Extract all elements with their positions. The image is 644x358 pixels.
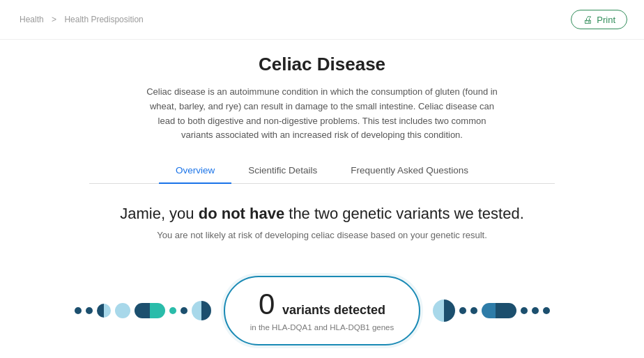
viz-container: 0 variants detected in the HLA-DQA1 and … (11, 265, 633, 356)
deco-dot-5 (181, 307, 187, 314)
deco-half-2 (192, 301, 211, 320)
breadcrumb-separator: > (52, 15, 56, 24)
tab-scientific-details[interactable]: Scientific Details (231, 158, 334, 184)
breadcrumb-health[interactable]: Health (20, 15, 44, 24)
deco-right-dot-2 (470, 307, 477, 314)
printer-icon: 🖨 (583, 14, 592, 25)
tab-faq[interactable]: Frequently Asked Questions (334, 158, 485, 184)
variant-label: variants detected (282, 303, 385, 317)
breadcrumb: Health > Health Predisposition (17, 15, 146, 24)
result-subtitle: You are not likely at risk of developing… (11, 230, 633, 240)
variant-count-row: 0 variants detected (250, 290, 394, 319)
deco-dot-2 (86, 307, 93, 314)
page-title: Celiac Disease (89, 54, 555, 75)
deco-right-half-1 (433, 299, 455, 322)
main-content: Celiac Disease Celiac disease is an auto… (78, 40, 566, 184)
top-bar: Health > Health Predisposition 🖨 Print (0, 0, 644, 40)
deco-dot-3 (115, 303, 130, 318)
deco-half-1 (97, 304, 111, 318)
right-decoration (420, 299, 633, 322)
deco-pill-1 (135, 303, 165, 318)
result-section: Jamie, you do not have the two genetic v… (0, 184, 644, 358)
deco-right-pill-1 (482, 303, 516, 318)
page-description: Celiac disease is an autoimmune conditio… (141, 85, 503, 143)
deco-right-dot-4 (532, 307, 539, 314)
print-label: Print (597, 15, 615, 25)
deco-dot-1 (75, 307, 82, 314)
deco-right-dot-3 (521, 307, 528, 314)
breadcrumb-predisposition[interactable]: Health Predisposition (64, 15, 143, 24)
variant-sublabel: in the HLA-DQA1 and HLA-DQB1 genes (250, 323, 394, 332)
deco-dot-4 (169, 307, 176, 314)
deco-right-dot-1 (459, 307, 466, 314)
print-button[interactable]: 🖨 Print (571, 10, 627, 29)
variant-card: 0 variants detected in the HLA-DQA1 and … (224, 276, 420, 345)
variant-number: 0 (259, 288, 275, 320)
result-headline: Jamie, you do not have the two genetic v… (11, 205, 633, 223)
deco-right-dot-5 (543, 307, 550, 314)
result-headline-prefix: Jamie, you (120, 205, 199, 222)
result-headline-bold: do not have (199, 205, 284, 222)
tabs-container: Overview Scientific Details Frequently A… (89, 158, 555, 184)
left-decoration (11, 301, 224, 320)
result-headline-suffix: the two genetic variants we tested. (284, 205, 524, 222)
tab-overview[interactable]: Overview (159, 158, 231, 184)
